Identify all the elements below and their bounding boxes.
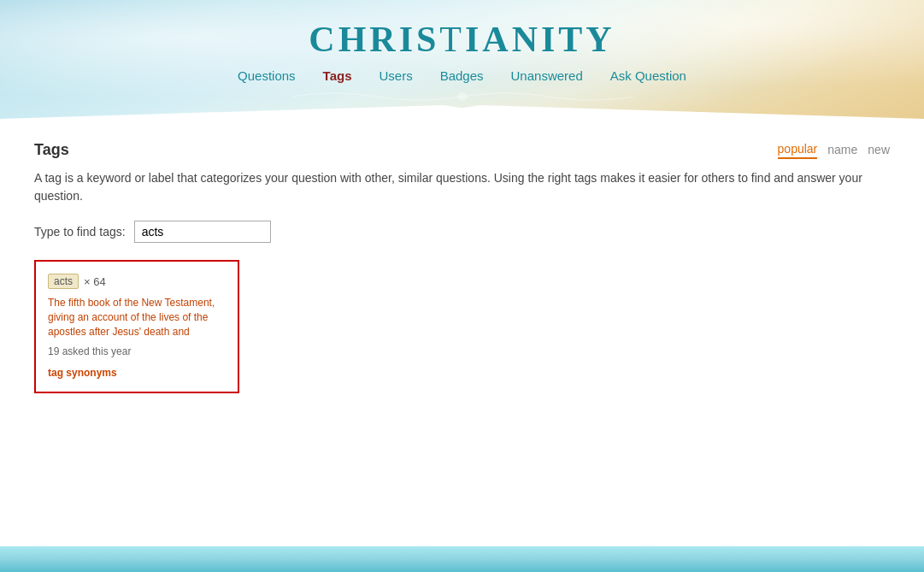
nav-ask-question[interactable]: Ask Question: [610, 68, 686, 83]
search-input[interactable]: [134, 221, 271, 243]
tag-description: The fifth book of the New Testament, giv…: [48, 296, 226, 339]
sort-name[interactable]: name: [827, 143, 857, 158]
sort-options: popular name new: [778, 142, 890, 159]
nav-badges[interactable]: Badges: [440, 68, 484, 83]
site-title: Christianity: [309, 19, 615, 60]
sort-new[interactable]: new: [868, 143, 890, 158]
site-header: Christianity Questions Tags Users Badges…: [0, 0, 924, 124]
tag-synonyms-link[interactable]: tag synonyms: [48, 367, 117, 379]
swirl-decoration: [0, 88, 924, 105]
main-nav: Questions Tags Users Badges Unanswered A…: [238, 68, 686, 83]
tag-badge[interactable]: acts: [48, 274, 79, 289]
search-label: Type to find tags:: [34, 225, 126, 239]
tag-count: × 64: [84, 275, 106, 288]
svg-point-2: [465, 95, 468, 98]
nav-tags[interactable]: Tags: [323, 68, 352, 83]
tag-card-header: acts × 64: [48, 274, 226, 289]
tag-stats: 19 asked this year: [48, 345, 226, 357]
svg-point-1: [456, 95, 460, 98]
nav-users[interactable]: Users: [379, 68, 412, 83]
tags-header: Tags popular name new: [34, 141, 890, 159]
tag-card: acts × 64 The fifth book of the New Test…: [34, 260, 239, 393]
page-title: Tags: [34, 141, 69, 159]
header-fold: [0, 105, 924, 124]
footer-area: [0, 546, 924, 572]
sort-popular[interactable]: popular: [778, 142, 818, 159]
nav-questions[interactable]: Questions: [238, 68, 296, 83]
search-row: Type to find tags:: [34, 221, 890, 243]
nav-unanswered[interactable]: Unanswered: [511, 68, 583, 83]
main-content: Tags popular name new A tag is a keyword…: [0, 124, 924, 410]
page-description: A tag is a keyword or label that categor…: [34, 169, 872, 205]
